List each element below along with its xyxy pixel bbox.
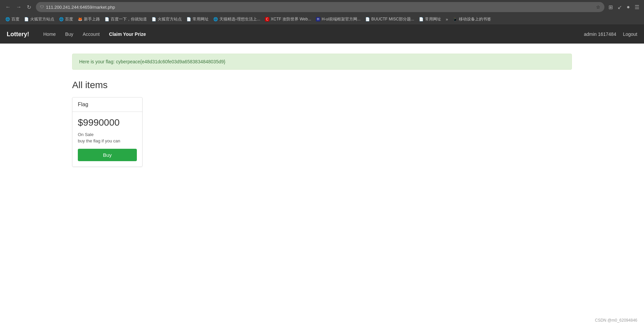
nav-home[interactable]: Home — [39, 29, 60, 40]
bookmark-baidu1[interactable]: 🌐 百度 — [3, 16, 21, 23]
bookmark-baidu3[interactable]: 📄 百度一下，你就知道 — [103, 16, 149, 23]
bookmark-icon: 📄 — [105, 17, 109, 21]
browser-chrome: ← → ↻ 🛡 ☆ ⊞ ↙ ● ☰ 🌐 百度 📄 火狐官方站点 🌐 百度 — [0, 0, 644, 25]
bookmark-more[interactable]: » — [444, 16, 450, 22]
bookmark-icon: 🌐 — [213, 17, 218, 21]
bookmark-label: » — [446, 17, 448, 22]
menu-button[interactable]: ☰ — [633, 3, 641, 12]
item-price: $9990000 — [78, 117, 137, 128]
brand-link[interactable]: Lottery! — [7, 31, 29, 38]
navbar-right: admin 1617484 Logout — [584, 31, 637, 37]
bookmark-mobile[interactable]: 📱 移动设备上的书签 — [451, 16, 493, 23]
logout-button[interactable]: Logout — [623, 31, 637, 37]
bookmark-common1[interactable]: 📄 常用网址 — [184, 16, 211, 23]
bookmark-hui[interactable]: H H-ui前端框架官方网... — [314, 16, 363, 23]
bookmark-common2[interactable]: 📄 常用网址 — [417, 16, 443, 23]
reload-button[interactable]: ↻ — [25, 3, 33, 12]
bookmark-icon: 🌐 — [5, 17, 10, 21]
bookmark-label: H-ui前端框架官方网... — [322, 16, 361, 22]
bookmark-firefox2[interactable]: 📄 火狐官方站点 — [150, 16, 184, 23]
alert-message: Here is your flag: cyberpeace{e48d31dc60… — [79, 59, 225, 64]
profile-button[interactable]: ● — [625, 3, 631, 11]
bookmark-icon: 📄 — [24, 17, 29, 21]
main-content: Here is your flag: cyberpeace{e48d31dc60… — [0, 44, 644, 312]
user-info: admin 1617484 — [584, 31, 616, 37]
address-bar[interactable]: 🛡 ☆ — [36, 2, 604, 12]
address-input[interactable] — [46, 5, 594, 10]
item-description: buy the flag if you can — [78, 138, 137, 143]
bookmark-label: 常用网址 — [193, 16, 209, 22]
back-button[interactable]: ← — [3, 3, 13, 11]
section-title: All items — [72, 80, 572, 90]
bookmark-icon: 📄 — [186, 17, 191, 21]
bookmark-tmall[interactable]: 🌐 天猫精选-理想生活上... — [211, 16, 262, 23]
bookmark-icon: 📱 — [453, 17, 458, 21]
item-card-body: $9990000 On Sale buy the flag if you can… — [72, 112, 142, 167]
bookmark-icon: 📄 — [365, 17, 370, 21]
bookmark-label: 百度 — [11, 16, 19, 22]
bookmark-icon: 📄 — [152, 17, 156, 21]
bookmark-icon: 🦊 — [78, 17, 83, 21]
forward-button[interactable]: → — [14, 3, 23, 11]
navbar: Lottery! Home Buy Account Claim Your Pri… — [0, 25, 644, 44]
item-card-header: Flag — [72, 97, 142, 112]
item-card: Flag $9990000 On Sale buy the flag if yo… — [72, 97, 143, 167]
nav-account[interactable]: Account — [78, 29, 104, 40]
star-icon[interactable]: ☆ — [596, 4, 600, 10]
browser-actions: ⊞ ↙ ● ☰ — [607, 3, 641, 12]
page-wrapper: Lottery! Home Buy Account Claim Your Pri… — [0, 25, 644, 326]
browser-toolbar: ← → ↻ 🛡 ☆ ⊞ ↙ ● ☰ — [0, 0, 644, 14]
watermark-text: CSDN @m0_62094846 — [595, 318, 637, 323]
bookmark-firefox1[interactable]: 📄 火狐官方站点 — [22, 16, 56, 23]
item-status: On Sale — [78, 132, 137, 137]
extensions-button[interactable]: ⊞ — [607, 3, 614, 12]
bookmark-label: 火狐官方站点 — [30, 16, 54, 22]
bookmark-baidu2[interactable]: 🌐 百度 — [57, 16, 75, 23]
bookmark-icon: H — [316, 17, 320, 21]
bookmark-label: 百度 — [65, 16, 73, 22]
nav-buy[interactable]: Buy — [61, 29, 77, 40]
navbar-links: Home Buy Account Claim Your Prize — [39, 29, 584, 40]
bookmark-xctf[interactable]: C XCTF 攻防世界 Web... — [263, 16, 313, 23]
bookmark-label: 新手上路 — [84, 16, 100, 22]
success-alert: Here is your flag: cyberpeace{e48d31dc60… — [72, 54, 572, 70]
download-button[interactable]: ↙ — [616, 3, 623, 12]
bookmark-buuctf[interactable]: 📄 BUUCTF MISC部分题... — [363, 16, 416, 23]
bookmark-label: 天猫精选-理想生活上... — [219, 16, 260, 22]
bookmark-newbie[interactable]: 🦊 新手上路 — [76, 16, 102, 23]
bookmark-label: 百度一下，你就知道 — [111, 16, 147, 22]
item-name: Flag — [78, 102, 88, 107]
page-footer: CSDN @m0_62094846 — [595, 318, 637, 323]
bookmark-label: BUUCTF MISC部分题... — [371, 16, 414, 22]
bookmark-icon: C — [265, 17, 269, 21]
bookmark-label: 移动设备上的书签 — [459, 16, 491, 22]
nav-claim[interactable]: Claim Your Prize — [105, 29, 150, 40]
bookmark-label: 火狐官方站点 — [158, 16, 182, 22]
nav-buttons: ← → ↻ — [3, 3, 33, 12]
bookmark-label: 常用网址 — [425, 16, 441, 22]
bookmark-icon: 📄 — [419, 17, 424, 21]
bookmark-label: XCTF 攻防世界 Web... — [271, 16, 311, 22]
bookmarks-bar: 🌐 百度 📄 火狐官方站点 🌐 百度 🦊 新手上路 📄 百度一下，你就知道 📄 … — [0, 14, 644, 25]
buy-button[interactable]: Buy — [78, 149, 137, 161]
security-icon: 🛡 — [40, 5, 44, 9]
bookmark-icon: 🌐 — [59, 17, 64, 21]
